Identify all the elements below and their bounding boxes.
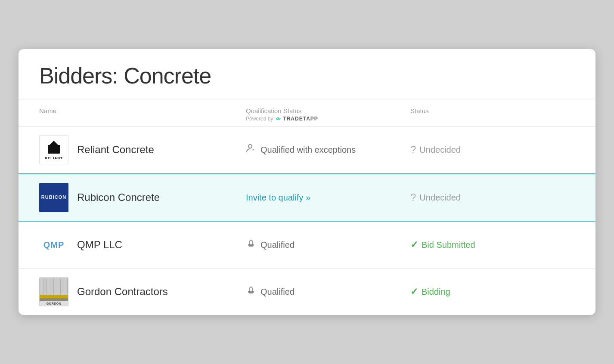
svg-rect-7 (248, 291, 254, 293)
logo-gordon: GORDON (39, 277, 68, 306)
svg-marker-2 (50, 141, 58, 145)
svg-rect-5 (248, 244, 254, 246)
check-icon-gordon: ✓ (410, 286, 418, 297)
company-name-rubicon: Rubicon Concrete (77, 191, 160, 204)
svg-point-0 (278, 118, 279, 120)
qual-cell-rubicon: Invite to qualify » (246, 193, 410, 203)
person-star-icon: * (246, 143, 256, 154)
qual-status-reliant: Qualified with exceptions (260, 145, 356, 155)
status-text-gordon: Bidding (422, 287, 450, 297)
gordon-name-text: GORDON (40, 301, 68, 306)
table-row: QMP QMP LLC Qualified ✓ Bid Submitted (19, 222, 595, 268)
status-cell-rubicon: ? Undecided (410, 191, 575, 204)
company-cell-reliant: RELIANT Reliant Concrete (39, 135, 246, 164)
check-icon-qmp: ✓ (410, 239, 418, 250)
reliant-text: RELIANT (45, 156, 63, 160)
col-header-status: Status (410, 107, 575, 122)
qual-status-qmp: Qualified (260, 240, 295, 250)
status-cell-gordon: ✓ Bidding (410, 286, 575, 297)
powered-by-label: Powered by TRADETAPP (246, 116, 410, 122)
reliant-icon-svg (46, 140, 62, 155)
svg-point-3 (248, 145, 252, 148)
status-text-qmp: Bid Submitted (422, 240, 475, 250)
svg-text:*: * (252, 148, 254, 153)
stamp-svg-gordon (246, 285, 256, 296)
table-header: Name Qualification Status Powered by TRA… (19, 99, 595, 126)
qual-icon-reliant: * (246, 143, 256, 156)
qual-cell-reliant: * Qualified with exceptions (246, 143, 410, 156)
page-title: Bidders: Concrete (39, 63, 575, 89)
gordon-stripe-gold (40, 295, 68, 298)
table-row: RELIANT Reliant Concrete * Qualified wit… (19, 126, 595, 173)
company-name-qmp: QMP LLC (77, 239, 122, 251)
rubicon-text: RUBICON (41, 194, 66, 200)
invite-to-qualify-link[interactable]: Invite to qualify » (246, 193, 310, 203)
svg-rect-1 (48, 145, 60, 154)
logo-reliant: RELIANT (39, 135, 68, 164)
table-row: RUBICON Rubicon Concrete Invite to quali… (19, 173, 595, 222)
stamp-icon-qmp (246, 238, 256, 251)
tradetapp-logo: TRADETAPP (275, 116, 318, 122)
stamp-svg-qmp (246, 238, 256, 249)
company-cell-gordon: GORDON Gordon Contractors (39, 277, 246, 306)
qual-cell-qmp: Qualified (246, 238, 410, 251)
company-cell-qmp: QMP QMP LLC (39, 230, 246, 259)
logo-qmp: QMP (39, 230, 68, 259)
qual-status-gordon: Qualified (260, 287, 295, 297)
svg-rect-8 (249, 293, 253, 293)
title-section: Bidders: Concrete (19, 49, 595, 99)
col-header-qualification: Qualification Status Powered by TRADETAP… (246, 107, 410, 122)
status-question-icon-rubicon: ? (410, 191, 416, 204)
tradetapp-icon (275, 116, 281, 122)
table-row: GORDON Gordon Contractors Qualified ✓ Bi… (19, 268, 595, 315)
gordon-grid-pattern (40, 278, 68, 295)
stamp-icon-gordon (246, 285, 256, 298)
status-cell-qmp: ✓ Bid Submitted (410, 239, 575, 250)
svg-rect-6 (249, 246, 253, 247)
company-name-reliant: Reliant Concrete (77, 144, 154, 156)
status-cell-reliant: ? Undecided (410, 144, 575, 156)
status-text-rubicon: Undecided (419, 193, 461, 203)
company-cell-rubicon: RUBICON Rubicon Concrete (39, 183, 246, 212)
status-question-icon-reliant: ? (410, 144, 416, 156)
logo-rubicon: RUBICON (39, 183, 68, 212)
qmp-text: QMP (43, 240, 65, 250)
qual-cell-gordon: Qualified (246, 285, 410, 298)
col-header-name: Name (39, 107, 246, 122)
status-text-reliant: Undecided (419, 145, 461, 155)
company-name-gordon: Gordon Contractors (77, 286, 168, 298)
main-card: Bidders: Concrete Name Qualification Sta… (19, 49, 595, 315)
